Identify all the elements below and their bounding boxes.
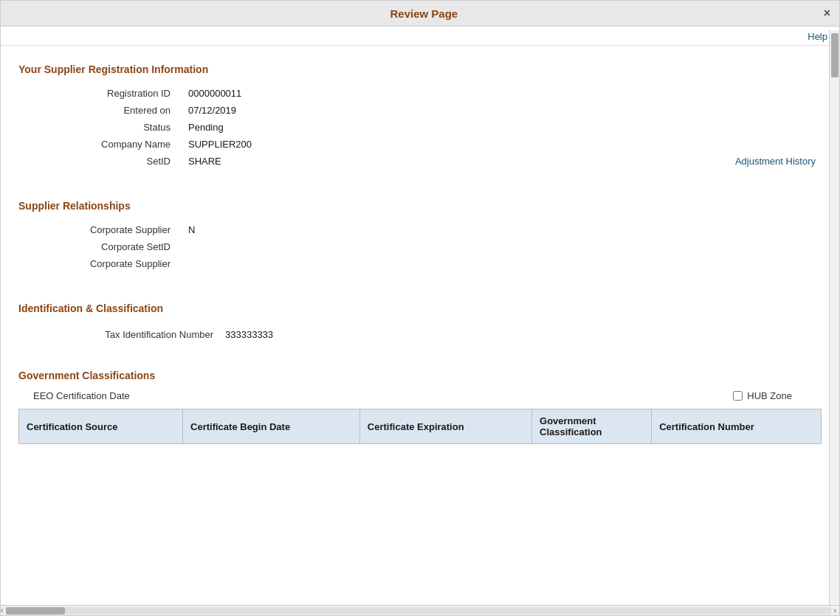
identification-title: Identification & Classification (18, 302, 822, 314)
help-bar: Help (1, 27, 839, 46)
hub-zone-container: HUB Zone (733, 390, 792, 401)
table-header: Certification Source Certificate Begin D… (19, 409, 822, 444)
hub-zone-label: HUB Zone (747, 390, 792, 401)
government-classifications-title: Government Classifications (18, 370, 822, 381)
tax-id-row: Tax Identification Number 333333333 (18, 323, 822, 346)
table-row: Status Pending (20, 120, 820, 135)
identification-section: Identification & Classification Tax Iden… (18, 297, 822, 346)
horizontal-scrollbar[interactable]: ‹ › (1, 605, 839, 615)
scroll-track[interactable] (6, 607, 830, 615)
table-row: Entered on 07/12/2019 (20, 103, 820, 118)
corporate-setid-label: Corporate SetID (20, 239, 182, 255)
scroll-right-arrow[interactable]: › (834, 606, 836, 615)
hub-zone-checkbox[interactable] (733, 391, 743, 401)
col-cert-begin-date: Certificate Begin Date (183, 409, 360, 444)
setid-label: SetID (20, 153, 182, 169)
tax-id-value: 333333333 (225, 329, 273, 340)
table-row: Registration ID 0000000011 (20, 86, 820, 101)
col-certification-number: Certification Number (652, 409, 822, 444)
adjustment-history-cell: Adjustment History (469, 153, 820, 169)
eeo-hubzone-row: EEO Certification Date HUB Zone (18, 390, 822, 401)
government-classifications-section: Government Classifications EEO Certifica… (18, 364, 822, 444)
company-name-value: SUPPLIER200 (184, 136, 468, 152)
scroll-thumb[interactable] (6, 607, 65, 615)
registration-info-table: Registration ID 0000000011 Entered on 07… (18, 84, 822, 170)
col-cert-expiration: Certificate Expiration (359, 409, 531, 444)
close-button[interactable]: × (824, 7, 830, 20)
supplier-registration-title: Your Supplier Registration Information (18, 63, 822, 75)
corporate-supplier-value2 (184, 256, 591, 271)
vertical-scrollbar[interactable] (829, 30, 839, 605)
corporate-supplier-value: N (184, 222, 591, 238)
corporate-supplier-label2: Corporate Supplier (20, 256, 182, 271)
supplier-registration-section: Your Supplier Registration Information R… (18, 58, 822, 176)
reg-id-value: 0000000011 (184, 86, 468, 101)
col-government-classification: GovernmentClassification (532, 409, 652, 444)
table-row: Corporate Supplier N (20, 222, 820, 238)
company-name-label: Company Name (20, 136, 182, 152)
scroll-left-arrow[interactable]: ‹ (1, 606, 3, 615)
table-row: SetID SHARE Adjustment History (20, 153, 820, 169)
status-label: Status (20, 120, 182, 135)
title-bar: Review Page × (1, 1, 839, 27)
help-link[interactable]: Help (808, 31, 827, 42)
header-row: Certification Source Certificate Begin D… (19, 409, 822, 444)
corporate-setid-value (184, 239, 591, 255)
supplier-relationships-title: Supplier Relationships (18, 200, 822, 212)
setid-value: SHARE (184, 153, 468, 169)
table-row: Corporate SetID (20, 239, 820, 255)
table-row: Company Name SUPPLIER200 (20, 136, 820, 152)
entered-on-value: 07/12/2019 (184, 103, 468, 118)
vertical-scroll-thumb[interactable] (831, 33, 839, 77)
window-title: Review Page (24, 7, 824, 20)
content-area: Your Supplier Registration Information R… (1, 46, 839, 605)
table-row: Corporate Supplier (20, 256, 820, 271)
status-value: Pending (184, 120, 468, 135)
tax-id-label: Tax Identification Number (33, 329, 225, 340)
entered-on-label: Entered on (20, 103, 182, 118)
main-window: Review Page × Help Your Supplier Registr… (0, 0, 840, 616)
eeo-left: EEO Certification Date (33, 390, 136, 401)
corporate-supplier-label: Corporate Supplier (20, 222, 182, 238)
adjustment-history-link[interactable]: Adjustment History (735, 156, 816, 167)
col-certification-source: Certification Source (19, 409, 183, 444)
relationships-info-table: Corporate Supplier N Corporate SetID Cor… (18, 221, 822, 273)
reg-id-label: Registration ID (20, 86, 182, 101)
supplier-relationships-section: Supplier Relationships Corporate Supplie… (18, 194, 822, 279)
certifications-table: Certification Source Certificate Begin D… (18, 409, 822, 444)
eeo-label: EEO Certification Date (33, 390, 130, 401)
